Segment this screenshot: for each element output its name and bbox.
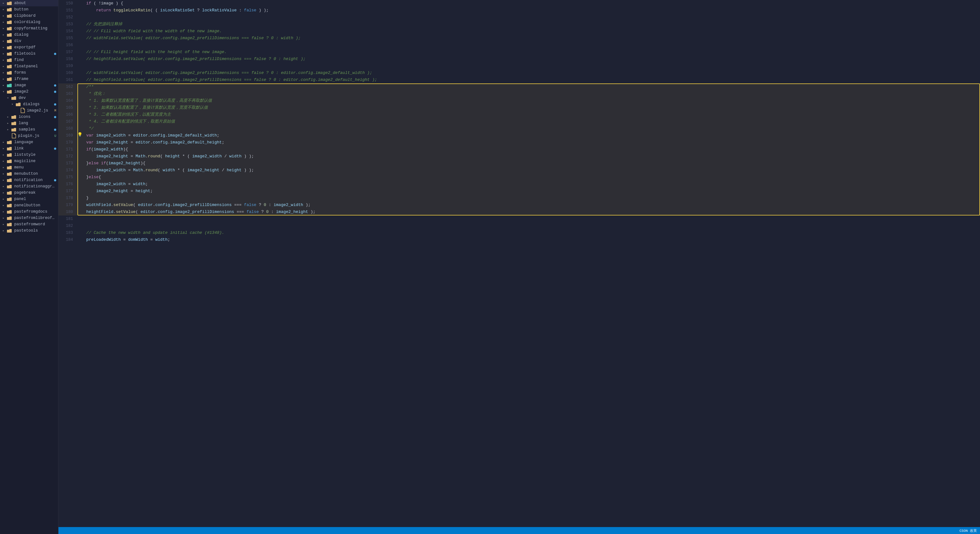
code-line-row: 156 (59, 42, 980, 49)
sidebar-item-pagebreak[interactable]: ▸pagebreak (0, 190, 58, 196)
folder-arrow: ▸ (3, 33, 7, 37)
sidebar-item-pastefromlibreoffice[interactable]: ▸pastefromlibreoffice (0, 215, 58, 221)
folder-arrow: ▾ (3, 90, 7, 94)
line-gutter (77, 35, 84, 42)
sidebar-item-image2[interactable]: ▾image2 (0, 88, 58, 95)
sidebar-item-dialog[interactable]: ▸dialog (0, 32, 58, 38)
sidebar-label: pastetools (14, 228, 56, 233)
sidebar-item-clipboard[interactable]: ▸clipboard (0, 13, 58, 19)
sidebar-label: pagebreak (14, 191, 56, 195)
line-gutter (77, 42, 84, 49)
sidebar-label: dialog (14, 33, 56, 37)
line-content: }else{ (84, 174, 980, 181)
line-number: 179 (59, 202, 77, 209)
sidebar-item-link[interactable]: ▸link (0, 145, 58, 151)
folder-icon (7, 14, 13, 18)
sidebar-item-pastetools[interactable]: ▸pastetools (0, 228, 58, 234)
sidebar-label: copyformatting (14, 26, 56, 31)
folder-arrow: ▸ (3, 27, 7, 30)
sidebar-label: div (14, 39, 56, 43)
sidebar-item-pluginjs[interactable]: plugin.jsU (0, 133, 58, 139)
sidebar-item-liststyle[interactable]: ▸liststyle (0, 151, 58, 158)
sidebar-item-image[interactable]: ▸image (0, 82, 58, 88)
line-content: var image2_height = editor.config.image2… (84, 139, 980, 146)
line-number: 155 (59, 35, 77, 42)
sidebar-item-exportpdf[interactable]: ▸exportpdf (0, 44, 58, 51)
line-content: // heightField.setValue( editor.config.i… (84, 56, 980, 62)
sidebar-item-pastefromword[interactable]: ▸pastefromword (0, 221, 58, 228)
dot-badge (54, 116, 56, 118)
sidebar-item-samples[interactable]: ▸samples (0, 126, 58, 133)
folder-arrow: ▸ (3, 147, 7, 150)
sidebar-item-pastefromgdocs[interactable]: ▸pastefromgdocs (0, 209, 58, 215)
sidebar-item-magicline[interactable]: ▸magicline (0, 158, 58, 164)
sidebar-label: image2.js (27, 108, 53, 113)
sidebar-item-copyformatting[interactable]: ▸copyformatting (0, 25, 58, 32)
folder-icon (7, 159, 13, 163)
line-gutter (77, 28, 84, 35)
sidebar-item-div[interactable]: ▸div (0, 38, 58, 44)
sidebar-item-filetools[interactable]: ▸filetools (0, 51, 58, 57)
line-gutter (77, 236, 84, 243)
file-icon (20, 108, 25, 113)
line-gutter (77, 70, 84, 77)
sidebar-item-forms[interactable]: ▸forms (0, 70, 58, 76)
folder-icon (7, 222, 13, 226)
code-line-row: 169💡var image2_width = editor.config.ima… (59, 132, 980, 139)
sidebar-item-notification[interactable]: ▸notification (0, 177, 58, 183)
code-line-row: 162/** (59, 83, 980, 90)
line-gutter (77, 118, 84, 125)
sidebar-label: button (14, 7, 56, 12)
code-line-row: 150if ( !image ) { (59, 0, 980, 7)
sidebar-item-icons[interactable]: ▸icons (0, 114, 58, 120)
line-gutter: 💡 (77, 132, 84, 139)
sidebar-label: notificationaggrega... (14, 184, 56, 189)
line-number: 157 (59, 49, 77, 56)
line-content: /** (84, 83, 980, 90)
line-number: 172 (59, 153, 77, 160)
sidebar-item-dialogs[interactable]: ▾dialogs (0, 101, 58, 107)
sidebar-label: plugin.js (18, 134, 53, 138)
folder-icon (7, 204, 13, 207)
sidebar-item-notificationaggrega[interactable]: ▸notificationaggrega... (0, 183, 58, 190)
sidebar-item-language[interactable]: ▸language (0, 139, 58, 145)
sidebar-item-colordialog[interactable]: ▸colordialog (0, 19, 58, 25)
sidebar-item-image2js[interactable]: image2.jsM (0, 107, 58, 114)
folder-icon (7, 140, 13, 144)
sidebar-item-find[interactable]: ▸find (0, 57, 58, 63)
line-gutter (77, 21, 84, 28)
line-content: * 2. 如果默认高度配置了，直接计算默认宽度，宽度不取默认值 (84, 104, 980, 111)
sidebar-item-about[interactable]: ▸about (0, 0, 58, 6)
line-gutter (77, 174, 84, 181)
folder-arrow: ▸ (3, 14, 7, 18)
code-line-row: 164 * 1. 如果默认宽度配置了，直接计算默认高度，高度不再取默认值 (59, 97, 980, 104)
line-number: 160 (59, 70, 77, 77)
sidebar-item-menubutton[interactable]: ▸menubutton (0, 171, 58, 177)
sidebar-item-dev[interactable]: ▾dev (0, 95, 58, 101)
sidebar-item-panel[interactable]: ▸panel (0, 196, 58, 202)
folder-icon (7, 64, 13, 69)
line-number: 159 (59, 62, 77, 70)
sidebar-item-panelbutton[interactable]: ▸panelbutton (0, 202, 58, 209)
code-container[interactable]: 150if ( !image ) {151 return toggleLockR… (59, 0, 980, 527)
code-line-row: 165 * 2. 如果默认高度配置了，直接计算默认宽度，宽度不取默认值 (59, 104, 980, 111)
folder-icon (7, 197, 13, 201)
line-content: // widthField.setValue( editor.config.im… (84, 35, 980, 42)
line-content: * 1. 如果默认宽度配置了，直接计算默认高度，高度不再取默认值 (84, 97, 980, 104)
folder-icon (7, 20, 13, 24)
sidebar-item-button[interactable]: ▸button (0, 6, 58, 13)
sidebar-item-floatpanel[interactable]: ▸floatpanel (0, 63, 58, 70)
dot-badge (54, 148, 56, 150)
sidebar-item-lang[interactable]: ▸lang (0, 120, 58, 126)
folder-icon (7, 39, 13, 43)
code-line-row: 183// Cache the new width and update ini… (59, 230, 980, 236)
line-number: 152 (59, 14, 77, 21)
folder-icon (7, 172, 13, 176)
sidebar-item-menu[interactable]: ▸menu (0, 164, 58, 171)
line-gutter (77, 49, 84, 56)
line-content: return toggleLockRatio( ( isLockRatioSet… (84, 7, 980, 14)
line-number: 182 (59, 222, 77, 230)
sidebar-label: filetools (14, 51, 54, 56)
sidebar-item-iframe[interactable]: ▸iframe (0, 76, 58, 82)
folder-icon (7, 147, 13, 151)
